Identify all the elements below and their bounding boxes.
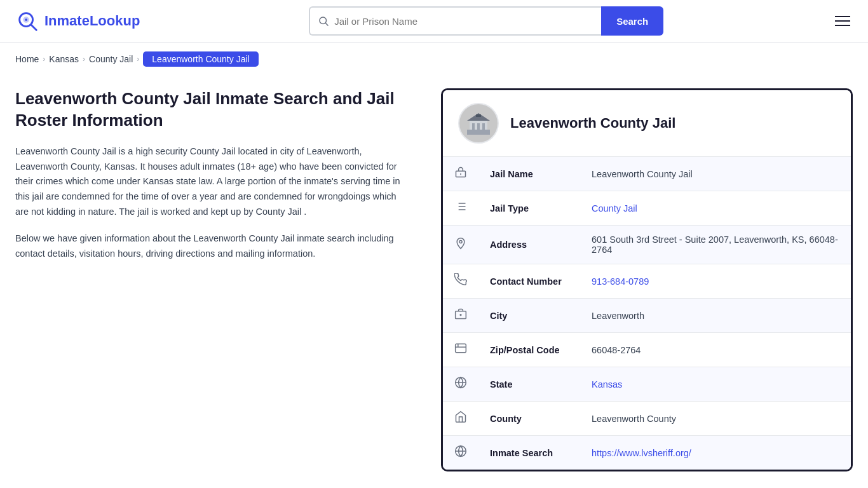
left-panel: Leavenworth County Jail Inmate Search an… bbox=[15, 88, 422, 471]
main-content: Leavenworth County Jail Inmate Search an… bbox=[0, 76, 868, 488]
location-icon-cell bbox=[443, 226, 478, 264]
row-label-1: Jail Type bbox=[478, 191, 580, 226]
zip-icon-cell bbox=[443, 333, 478, 367]
svg-rect-8 bbox=[472, 123, 475, 130]
breadcrumb-active: Leavenworth County Jail bbox=[143, 51, 258, 67]
row-link-1[interactable]: County Jail bbox=[592, 203, 637, 214]
header: InmateLookup Search bbox=[0, 0, 868, 43]
table-row: Jail TypeCounty Jail bbox=[443, 191, 851, 226]
avatar bbox=[458, 103, 499, 144]
jail-info-table: Jail NameLeavenworth County JailJail Typ… bbox=[443, 157, 851, 470]
row-value-0: Leavenworth County Jail bbox=[580, 157, 851, 191]
table-row: Zip/Postal Code66048-2764 bbox=[443, 333, 851, 367]
logo-icon bbox=[15, 9, 39, 33]
svg-rect-12 bbox=[476, 114, 481, 117]
table-row: Inmate Searchhttps://www.lvsheriff.org/ bbox=[443, 436, 851, 470]
table-row: Contact Number913-684-0789 bbox=[443, 264, 851, 299]
search-area: Search bbox=[309, 6, 663, 36]
description-para-1: Leavenworth County Jail is a high securi… bbox=[15, 144, 409, 220]
breadcrumb-kansas[interactable]: Kansas bbox=[49, 54, 79, 64]
svg-rect-9 bbox=[477, 123, 480, 130]
menu-button[interactable] bbox=[832, 13, 853, 29]
table-row: Address601 South 3rd Street - Suite 2007… bbox=[443, 226, 851, 264]
logo[interactable]: InmateLookup bbox=[15, 9, 140, 33]
table-row: StateKansas bbox=[443, 367, 851, 402]
search-input-wrapper bbox=[309, 6, 601, 36]
description-para-2: Below we have given information about th… bbox=[15, 231, 409, 262]
table-row: CityLeavenworth bbox=[443, 299, 851, 333]
svg-rect-10 bbox=[482, 123, 485, 130]
search-input[interactable] bbox=[334, 16, 593, 27]
row-label-8: Inmate Search bbox=[478, 436, 580, 470]
row-value-7: Leavenworth County bbox=[580, 402, 851, 436]
row-value-3[interactable]: 913-684-0789 bbox=[580, 264, 851, 299]
search-icon bbox=[318, 15, 329, 27]
jail-icon-cell bbox=[443, 157, 478, 191]
courthouse-icon bbox=[465, 109, 492, 137]
breadcrumb-county-jail[interactable]: County Jail bbox=[89, 54, 133, 64]
svg-rect-25 bbox=[456, 344, 466, 352]
row-label-5: Zip/Postal Code bbox=[478, 333, 580, 367]
row-value-4: Leavenworth bbox=[580, 299, 851, 333]
row-label-3: Contact Number bbox=[478, 264, 580, 299]
svg-line-3 bbox=[31, 25, 37, 30]
table-row: CountyLeavenworth County bbox=[443, 402, 851, 436]
globe-icon-cell bbox=[443, 436, 478, 470]
row-label-4: City bbox=[478, 299, 580, 333]
row-label-0: Jail Name bbox=[478, 157, 580, 191]
svg-point-21 bbox=[459, 240, 462, 243]
svg-line-5 bbox=[326, 23, 329, 25]
chevron-icon-2: › bbox=[83, 55, 85, 64]
logo-text: InmateLookup bbox=[44, 13, 140, 29]
row-link-6[interactable]: Kansas bbox=[592, 379, 622, 390]
row-label-7: County bbox=[478, 402, 580, 436]
county-icon-cell bbox=[443, 402, 478, 436]
row-value-1[interactable]: County Jail bbox=[580, 191, 851, 226]
chevron-icon-1: › bbox=[43, 55, 45, 64]
row-value-2: 601 South 3rd Street - Suite 2007, Leave… bbox=[580, 226, 851, 264]
svg-rect-6 bbox=[467, 130, 490, 135]
list-icon-cell bbox=[443, 191, 478, 226]
svg-point-4 bbox=[320, 17, 327, 24]
row-label-2: Address bbox=[478, 226, 580, 264]
breadcrumb: Home › Kansas › County Jail › Leavenwort… bbox=[0, 43, 868, 76]
jail-card-title: Leavenworth County Jail bbox=[510, 115, 675, 132]
chevron-icon-3: › bbox=[137, 55, 139, 64]
svg-point-2 bbox=[25, 18, 27, 21]
right-panel: Leavenworth County Jail Jail NameLeavenw… bbox=[441, 88, 853, 471]
state-icon-cell bbox=[443, 367, 478, 402]
row-value-5: 66048-2764 bbox=[580, 333, 851, 367]
row-value-6[interactable]: Kansas bbox=[580, 367, 851, 402]
page-title: Leavenworth County Jail Inmate Search an… bbox=[15, 88, 409, 132]
search-button[interactable]: Search bbox=[601, 6, 663, 36]
table-row: Jail NameLeavenworth County Jail bbox=[443, 157, 851, 191]
row-value-8[interactable]: https://www.lvsheriff.org/ bbox=[580, 436, 851, 470]
row-link-3[interactable]: 913-684-0789 bbox=[592, 276, 649, 287]
phone-icon-cell bbox=[443, 264, 478, 299]
jail-card: Leavenworth County Jail Jail NameLeavenw… bbox=[441, 88, 853, 471]
row-label-6: State bbox=[478, 367, 580, 402]
jail-card-header: Leavenworth County Jail bbox=[443, 90, 851, 157]
row-link-8[interactable]: https://www.lvsheriff.org/ bbox=[592, 448, 691, 458]
city-icon-cell bbox=[443, 299, 478, 333]
breadcrumb-home[interactable]: Home bbox=[15, 54, 39, 64]
